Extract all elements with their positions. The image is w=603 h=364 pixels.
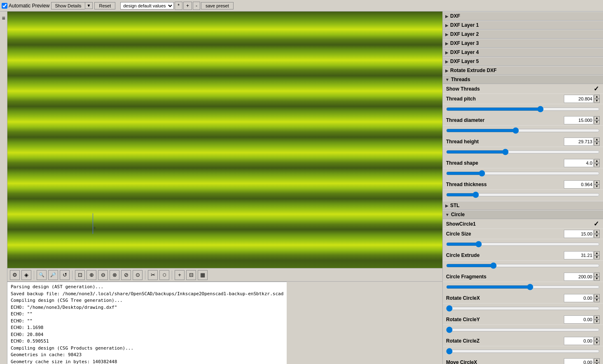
preset-plus-button[interactable]: + xyxy=(183,2,192,10)
rotate-circlez-slider[interactable] xyxy=(446,348,600,355)
rotate-circlex-value-wrap: ▲ ▼ xyxy=(564,294,600,302)
thread-diameter-down[interactable]: ▼ xyxy=(594,120,600,124)
move-circlex-up[interactable]: ▲ xyxy=(594,358,600,362)
thread-diameter-up[interactable]: ▲ xyxy=(594,116,600,120)
circle-extrude-up[interactable]: ▲ xyxy=(594,251,600,255)
crosshair-icon[interactable]: + xyxy=(175,270,185,280)
thread-diameter-input[interactable] xyxy=(564,116,594,124)
zoom-out-icon[interactable]: 🔎 xyxy=(48,270,58,280)
rotate-circlez-down[interactable]: ▼ xyxy=(594,341,600,345)
section-dxf-layer1[interactable]: ▶ DXF Layer 1 xyxy=(443,21,603,30)
thread-height-input[interactable] xyxy=(564,138,594,146)
thread-height-slider[interactable] xyxy=(446,149,600,155)
grid-icon[interactable]: ▦ xyxy=(198,270,208,280)
circle-fragments-down[interactable]: ▼ xyxy=(594,277,600,281)
thread-height-down[interactable]: ▼ xyxy=(594,142,600,146)
section-threads[interactable]: ▼ Threads xyxy=(443,75,603,84)
rotate-circlez-input[interactable] xyxy=(564,337,594,345)
thread-thickness-slider[interactable] xyxy=(446,191,600,198)
thread-shape-slider[interactable] xyxy=(446,170,600,177)
thread-thickness-label: Thread thickness xyxy=(446,182,564,187)
zoom-in-icon[interactable]: 🔍 xyxy=(37,270,47,280)
show-circle1-check[interactable]: ✓ xyxy=(594,220,599,228)
circle-fragments-slider[interactable] xyxy=(446,284,600,290)
ortho-icon[interactable]: ⬡ xyxy=(159,270,169,280)
rotate-circlex-down[interactable]: ▼ xyxy=(594,298,600,302)
thread-shape-down[interactable]: ▼ xyxy=(594,163,600,167)
section-dxf-layer2[interactable]: ▶ DXF Layer 2 xyxy=(443,30,603,39)
section-dxf[interactable]: ▶ DXF xyxy=(443,12,603,21)
viewport[interactable] xyxy=(7,12,442,268)
reset-button[interactable]: Reset xyxy=(94,2,115,9)
circle-size-slider[interactable] xyxy=(446,241,600,247)
section-circle[interactable]: ▼ Circle xyxy=(443,210,603,219)
toolbar: ⚙ ◈ 🔍 🔎 ↺ ⊡ ⊕ ⊖ ⊗ ⊘ ⊙ ✂ ⬡ + ⊟ ▦ xyxy=(7,268,442,281)
measure-icon[interactable]: ⊟ xyxy=(186,270,196,280)
save-preset-button[interactable]: save preset xyxy=(201,2,234,9)
show-details-arrow-button[interactable]: ▼ xyxy=(85,2,93,9)
preset-select[interactable]: design default values xyxy=(120,2,174,9)
thread-diameter-slider[interactable] xyxy=(446,127,600,134)
reset-view-icon[interactable]: ↺ xyxy=(60,270,70,280)
thread-thickness-up[interactable]: ▲ xyxy=(594,180,600,184)
view-left-icon[interactable]: ⊖ xyxy=(98,270,108,280)
preset-minus-button[interactable]: - xyxy=(193,2,200,10)
circle-fragments-up[interactable]: ▲ xyxy=(594,273,600,277)
show-circle1-row: ShowCircle1 ✓ xyxy=(443,219,603,229)
rotate-circlex-slider-row xyxy=(443,303,603,315)
circle-extrude-down[interactable]: ▼ xyxy=(594,255,600,259)
3d-render[interactable] xyxy=(7,12,442,268)
thread-height-up[interactable]: ▲ xyxy=(594,138,600,142)
move-circlex-down[interactable]: ▼ xyxy=(594,362,600,364)
right-panel-scroll[interactable]: ▶ DXF ▶ DXF Layer 1 ▶ DXF Layer 2 ▶ DXF … xyxy=(443,12,603,364)
section-rotate-extrude-dxf[interactable]: ▶ Rotate Extrude DXF xyxy=(443,66,603,75)
section-dxf-layer3[interactable]: ▶ DXF Layer 3 xyxy=(443,39,603,48)
rotate-circley-input[interactable] xyxy=(564,315,594,324)
thread-thickness-input[interactable] xyxy=(564,180,594,189)
thread-pitch-slider-row xyxy=(443,104,603,115)
view-back-icon[interactable]: ⊙ xyxy=(133,270,143,280)
menu-icon[interactable]: ≡ xyxy=(0,13,7,23)
render-icon[interactable]: ⚙ xyxy=(10,270,20,280)
rotate-circlex-up[interactable]: ▲ xyxy=(594,294,600,298)
thread-height-spinner: ▲ ▼ xyxy=(594,138,600,146)
rotate-circley-slider[interactable] xyxy=(446,327,600,333)
view-top-icon[interactable]: ⊡ xyxy=(75,270,85,280)
circle-extrude-input[interactable] xyxy=(564,251,594,259)
circle-size-input[interactable] xyxy=(564,230,594,238)
rotate-circlez-up[interactable]: ▲ xyxy=(594,337,600,341)
auto-preview-check[interactable]: Automatic Preview xyxy=(2,3,49,9)
thread-pitch-slider[interactable] xyxy=(446,106,600,112)
rotate-circlex-input[interactable] xyxy=(564,294,594,302)
thread-pitch-up[interactable]: ▲ xyxy=(594,95,600,99)
view-bottom-icon[interactable]: ⊕ xyxy=(86,270,96,280)
section-dxf-layer4[interactable]: ▶ DXF Layer 4 xyxy=(443,48,603,57)
rotate-circley-up[interactable]: ▲ xyxy=(594,315,600,320)
show-details-button[interactable]: Show Details xyxy=(51,2,84,9)
section-stl[interactable]: ▶ STL xyxy=(443,201,603,210)
rotate-circlex-slider[interactable] xyxy=(446,305,600,312)
section-dxf-layer5[interactable]: ▶ DXF Layer 5 xyxy=(443,57,603,66)
rotate-circley-down[interactable]: ▼ xyxy=(594,320,600,324)
console[interactable]: Parsing design (AST generation)... Saved… xyxy=(7,282,287,364)
circle-extrude-value-wrap: ▲ ▼ xyxy=(564,251,600,259)
thread-shape-up[interactable]: ▲ xyxy=(594,159,600,163)
thread-shape-input[interactable] xyxy=(564,159,594,167)
rotate-circley-value-wrap: ▲ ▼ xyxy=(564,315,600,324)
thread-thickness-down[interactable]: ▼ xyxy=(594,184,600,189)
circle-size-up[interactable]: ▲ xyxy=(594,230,600,234)
view-right-icon[interactable]: ⊗ xyxy=(110,270,119,280)
auto-preview-checkbox[interactable] xyxy=(2,3,7,9)
view-front-icon[interactable]: ⊘ xyxy=(121,270,131,280)
show-threads-check[interactable]: ✓ xyxy=(594,85,599,93)
circle-fragments-input[interactable] xyxy=(564,273,594,281)
render2-icon[interactable]: ◈ xyxy=(21,270,31,280)
thread-pitch-down[interactable]: ▼ xyxy=(594,99,600,103)
thread-pitch-input[interactable] xyxy=(564,95,594,103)
move-circlex-input[interactable] xyxy=(564,358,594,364)
thread-shape-label: Thread shape xyxy=(446,160,564,166)
circle-extrude-slider[interactable] xyxy=(446,262,600,269)
preset-star-button[interactable]: * xyxy=(175,2,182,10)
scissors-icon[interactable]: ✂ xyxy=(148,270,158,280)
circle-size-down[interactable]: ▼ xyxy=(594,234,600,238)
